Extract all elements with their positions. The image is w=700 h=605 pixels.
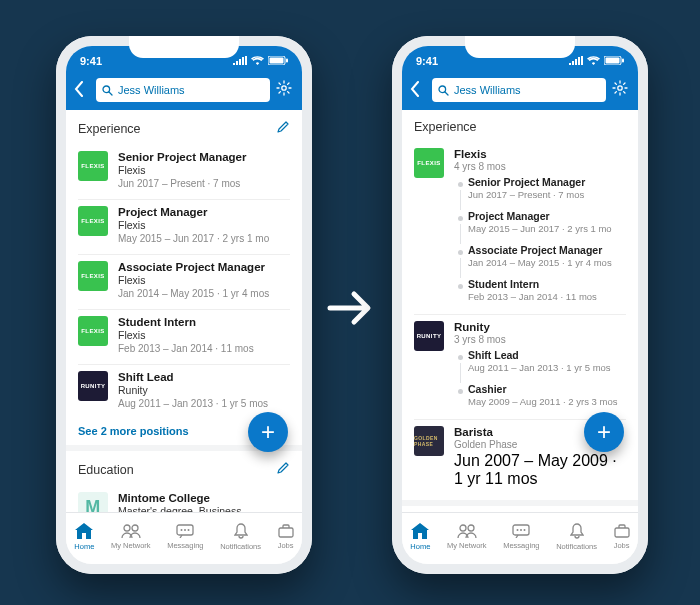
experience-row[interactable]: FLEXISStudent InternFlexisFeb 2013 – Jan… bbox=[78, 310, 290, 365]
svg-point-11 bbox=[188, 529, 190, 531]
company-name: Flexis bbox=[118, 164, 246, 176]
search-input[interactable]: Jess Williams bbox=[96, 78, 270, 102]
role-dates: Jan 2014 – May 2015 · 1 yr 4 mos bbox=[468, 257, 626, 268]
education-row[interactable]: MMintome CollegeMaster's degree, Busines… bbox=[78, 486, 290, 512]
company-name: Runity bbox=[118, 384, 268, 396]
company-name: Flexis bbox=[454, 148, 626, 160]
tab-notifications[interactable]: Notifications bbox=[556, 523, 597, 551]
status-icons bbox=[569, 56, 624, 67]
search-input-value: Jess Williams bbox=[454, 84, 521, 96]
edit-education-icon[interactable] bbox=[276, 461, 290, 478]
profile-scroll-left[interactable]: Experience FLEXISSenior Project ManagerF… bbox=[66, 110, 302, 512]
wifi-icon bbox=[251, 56, 264, 67]
experience-section: Experience FLEXISSenior Project ManagerF… bbox=[66, 110, 302, 445]
tab-jobs[interactable]: Jobs bbox=[614, 524, 630, 550]
tab-jobs[interactable]: Jobs bbox=[278, 524, 294, 550]
phone-before: 9:41 bbox=[56, 36, 312, 574]
role-dates: Aug 2011 – Jan 2013 · 1 yr 5 mos bbox=[468, 362, 626, 373]
tab-network-label: My Network bbox=[111, 541, 151, 550]
company-logo: RUNITY bbox=[414, 321, 444, 351]
company-logo: FLEXIS bbox=[78, 151, 108, 181]
experience-group[interactable]: RUNITYRunity3 yrs 8 mosShift LeadAug 201… bbox=[414, 315, 626, 420]
settings-gear-icon[interactable] bbox=[612, 80, 630, 100]
role-dates: Jun 2017 – Present · 7 mos bbox=[118, 178, 246, 189]
tab-network-label: My Network bbox=[447, 541, 487, 550]
role-title: Associate Project Manager bbox=[468, 244, 626, 256]
svg-point-5 bbox=[282, 86, 286, 90]
role-dates: Jun 2007 – May 2009 · 1 yr 11 mos bbox=[454, 452, 626, 488]
company-logo: FLEXIS bbox=[78, 206, 108, 236]
company-logo: RUNITY bbox=[78, 371, 108, 401]
svg-point-10 bbox=[184, 529, 186, 531]
role-title: Project Manager bbox=[118, 206, 269, 218]
svg-line-17 bbox=[445, 92, 448, 95]
phone-after: 9:41 bbox=[392, 36, 648, 574]
top-search-bar: Jess Williams bbox=[66, 76, 302, 110]
tab-my-network[interactable]: My Network bbox=[447, 524, 487, 550]
degree-name: Master's degree, Business Administration… bbox=[118, 505, 290, 512]
experience-heading: Experience bbox=[78, 122, 141, 136]
role-dates: May 2015 – Jun 2017 · 2 yrs 1 mo bbox=[468, 223, 626, 234]
role-item[interactable]: Senior Project ManagerJun 2017 – Present… bbox=[454, 172, 626, 206]
svg-rect-25 bbox=[615, 528, 629, 537]
svg-line-4 bbox=[109, 92, 112, 95]
education-section: Education MMintome College bbox=[402, 506, 638, 512]
tab-home[interactable]: Home bbox=[410, 523, 430, 551]
edit-experience-icon[interactable] bbox=[276, 120, 290, 137]
tab-messaging-label: Messaging bbox=[167, 541, 203, 550]
svg-point-19 bbox=[460, 525, 466, 531]
tab-my-network[interactable]: My Network bbox=[111, 524, 151, 550]
role-title: Shift Lead bbox=[468, 349, 626, 361]
tab-messaging[interactable]: Messaging bbox=[503, 524, 539, 550]
company-logo: FLEXIS bbox=[78, 261, 108, 291]
education-section: Education MMintome CollegeMaster's degre… bbox=[66, 451, 302, 512]
role-dates: Jan 2014 – May 2015 · 1 yr 4 mos bbox=[118, 288, 269, 299]
experience-row[interactable]: RUNITYShift LeadRunityAug 2011 – Jan 201… bbox=[78, 365, 290, 419]
tab-notifications[interactable]: Notifications bbox=[220, 523, 261, 551]
tab-messaging-label: Messaging bbox=[503, 541, 539, 550]
company-name: Flexis bbox=[118, 219, 269, 231]
tab-home[interactable]: Home bbox=[74, 523, 94, 551]
top-search-bar: Jess Williams bbox=[402, 76, 638, 110]
settings-gear-icon[interactable] bbox=[276, 80, 294, 100]
arrow-icon bbox=[326, 288, 374, 332]
svg-rect-12 bbox=[279, 528, 293, 537]
svg-point-9 bbox=[181, 529, 183, 531]
role-dates: May 2015 – Jun 2017 · 2 yrs 1 mo bbox=[118, 233, 269, 244]
experience-row[interactable]: FLEXISSenior Project ManagerFlexisJun 20… bbox=[78, 145, 290, 200]
search-input[interactable]: Jess Williams bbox=[432, 78, 606, 102]
search-icon bbox=[102, 85, 113, 96]
plus-icon: + bbox=[261, 418, 275, 446]
status-icons bbox=[233, 56, 288, 67]
role-item[interactable]: Student InternFeb 2013 – Jan 2014 · 11 m… bbox=[454, 274, 626, 308]
role-title: Project Manager bbox=[468, 210, 626, 222]
role-item[interactable]: Project ManagerMay 2015 – Jun 2017 · 2 y… bbox=[454, 206, 626, 240]
svg-rect-1 bbox=[270, 57, 284, 63]
back-chevron-icon[interactable] bbox=[74, 81, 90, 100]
role-dates: Feb 2013 – Jan 2014 · 11 mos bbox=[118, 343, 254, 354]
profile-scroll-right[interactable]: Experience FLEXISFlexis4 yrs 8 mosSenior… bbox=[402, 110, 638, 512]
experience-row[interactable]: FLEXISProject ManagerFlexisMay 2015 – Ju… bbox=[78, 200, 290, 255]
tab-messaging[interactable]: Messaging bbox=[167, 524, 203, 550]
status-time: 9:41 bbox=[416, 55, 438, 67]
svg-point-24 bbox=[524, 529, 526, 531]
role-item[interactable]: Associate Project ManagerJan 2014 – May … bbox=[454, 240, 626, 274]
experience-row[interactable]: FLEXISAssociate Project ManagerFlexisJan… bbox=[78, 255, 290, 310]
tab-notifications-label: Notifications bbox=[556, 542, 597, 551]
svg-rect-2 bbox=[286, 58, 288, 62]
role-dates: Aug 2011 – Jan 2013 · 1 yr 5 mos bbox=[118, 398, 268, 409]
svg-point-23 bbox=[520, 529, 522, 531]
back-chevron-icon[interactable] bbox=[410, 81, 426, 100]
wifi-icon bbox=[587, 56, 600, 67]
role-item[interactable]: Shift LeadAug 2011 – Jan 2013 · 1 yr 5 m… bbox=[454, 345, 626, 379]
add-fab-button[interactable]: + bbox=[584, 412, 624, 452]
role-dates: May 2009 – Aug 2011 · 2 yrs 3 mos bbox=[468, 396, 626, 407]
school-name: Mintome College bbox=[118, 492, 290, 504]
svg-point-6 bbox=[124, 525, 130, 531]
role-item[interactable]: CashierMay 2009 – Aug 2011 · 2 yrs 3 mos bbox=[454, 379, 626, 413]
add-fab-button[interactable]: + bbox=[248, 412, 288, 452]
search-icon bbox=[438, 85, 449, 96]
role-title: Shift Lead bbox=[118, 371, 268, 383]
experience-group[interactable]: FLEXISFlexis4 yrs 8 mosSenior Project Ma… bbox=[414, 142, 626, 315]
plus-icon: + bbox=[597, 418, 611, 446]
